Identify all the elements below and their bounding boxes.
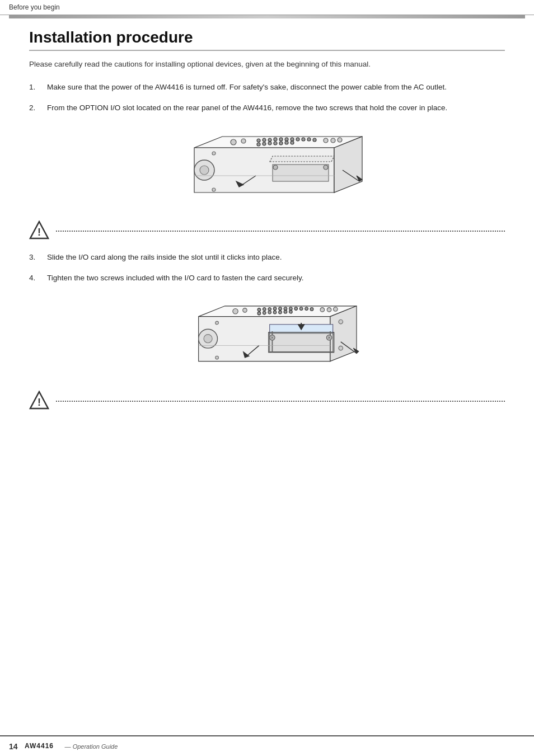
warning-row-1: !	[29, 220, 505, 241]
breadcrumb: Before you begin	[0, 0, 534, 15]
page-wrapper: Before you begin Installation procedure …	[0, 0, 534, 756]
svg-text:!: !	[38, 397, 41, 408]
svg-point-3	[231, 139, 236, 145]
svg-point-9	[279, 138, 283, 141]
svg-point-86	[216, 321, 219, 325]
svg-point-8	[274, 138, 277, 141]
diagram-1-container	[29, 125, 505, 215]
svg-point-36	[212, 152, 216, 155]
svg-point-23	[324, 138, 328, 143]
svg-point-24	[331, 138, 335, 143]
svg-point-64	[320, 307, 325, 312]
step-1: 1. Make sure that the power of the AW441…	[29, 82, 505, 93]
svg-text:!: !	[38, 227, 41, 238]
page-title: Installation procedure	[29, 29, 505, 51]
svg-point-54	[299, 307, 303, 310]
svg-point-15	[313, 138, 316, 142]
svg-point-53	[294, 307, 298, 310]
step-3: 3. Slide the I/O card along the rails in…	[29, 252, 505, 264]
diagram-1-svg	[161, 125, 373, 215]
step-4: 4. Tighten the two screws included with …	[29, 273, 505, 284]
steps-list-part2: 3. Slide the I/O card along the rails in…	[29, 252, 505, 284]
svg-point-18	[268, 142, 271, 145]
svg-point-20	[279, 142, 283, 145]
svg-point-57	[257, 312, 261, 315]
svg-point-5	[257, 139, 260, 142]
svg-point-10	[285, 138, 288, 141]
svg-point-35	[200, 166, 209, 175]
svg-point-44	[233, 308, 238, 313]
svg-point-37	[212, 188, 216, 191]
svg-point-28	[324, 165, 328, 170]
svg-point-4	[241, 139, 246, 143]
step-1-number: 1.	[29, 82, 41, 93]
svg-point-61	[279, 311, 282, 314]
svg-point-14	[307, 138, 311, 141]
brand-logo-svg: AW4416	[25, 741, 58, 750]
svg-point-58	[263, 311, 266, 314]
warning-dots-1	[56, 231, 505, 232]
svg-point-16	[257, 143, 260, 146]
main-content: Installation procedure Please carefully …	[0, 18, 534, 735]
svg-point-27	[273, 165, 278, 170]
svg-point-19	[274, 142, 277, 145]
svg-point-63	[289, 310, 293, 313]
svg-point-51	[284, 307, 287, 310]
svg-point-45	[243, 308, 247, 312]
step-2: 2. From the OPTION I/O slot located on t…	[29, 102, 505, 114]
svg-point-49	[273, 307, 277, 310]
svg-point-87	[216, 356, 219, 359]
svg-point-60	[273, 311, 277, 314]
svg-point-12	[296, 138, 299, 141]
warning-row-2: !	[29, 391, 505, 411]
svg-marker-41	[199, 306, 357, 316]
step-2-number: 2.	[29, 102, 41, 114]
svg-point-6	[263, 138, 266, 142]
warning-icon-1: !	[29, 220, 49, 241]
svg-point-55	[305, 307, 308, 310]
svg-text:AW4416: AW4416	[25, 742, 54, 750]
svg-point-56	[310, 307, 313, 311]
svg-point-65	[327, 307, 331, 312]
svg-point-17	[263, 142, 266, 145]
svg-point-48	[268, 307, 271, 311]
svg-point-50	[279, 307, 282, 310]
intro-text: Please carefully read the cautions for i…	[29, 59, 505, 71]
svg-marker-0	[194, 137, 362, 148]
step-4-text: Tighten the two screws included with the…	[47, 273, 505, 284]
footer-page-number: 14	[9, 742, 18, 751]
step-2-text: From the OPTION I/O slot located on the …	[47, 102, 505, 114]
svg-point-89	[339, 346, 343, 350]
svg-point-25	[338, 138, 342, 142]
step-3-text: Slide the I/O card along the rails insid…	[47, 252, 505, 264]
svg-marker-29	[270, 156, 334, 162]
step-1-text: Make sure that the power of the AW4416 i…	[47, 82, 505, 93]
svg-point-7	[268, 138, 271, 142]
footer-brand: AW4416	[25, 741, 58, 752]
step-3-number: 3.	[29, 252, 41, 264]
page-footer: 14 AW4416 — Operation Guide	[0, 735, 534, 756]
steps-list-part1: 1. Make sure that the power of the AW441…	[29, 82, 505, 114]
svg-point-59	[268, 311, 271, 314]
svg-point-88	[339, 320, 343, 324]
breadcrumb-text: Before you begin	[9, 3, 60, 11]
diagram-2-svg	[161, 295, 373, 385]
svg-point-46	[257, 308, 261, 311]
svg-point-22	[291, 141, 294, 144]
footer-subtitle: — Operation Guide	[65, 743, 118, 750]
svg-point-11	[291, 138, 294, 141]
svg-point-66	[334, 307, 338, 311]
svg-point-47	[263, 307, 266, 311]
warning-icon-2: !	[29, 391, 49, 411]
warning-dots-2	[56, 401, 505, 402]
svg-point-52	[289, 307, 293, 310]
svg-point-62	[284, 310, 287, 313]
svg-rect-68	[270, 333, 333, 351]
diagram-2-container	[29, 295, 505, 385]
svg-point-13	[302, 138, 305, 141]
svg-rect-26	[273, 165, 329, 181]
svg-point-21	[285, 141, 288, 144]
step-4-number: 4.	[29, 273, 41, 284]
svg-point-85	[204, 334, 212, 342]
